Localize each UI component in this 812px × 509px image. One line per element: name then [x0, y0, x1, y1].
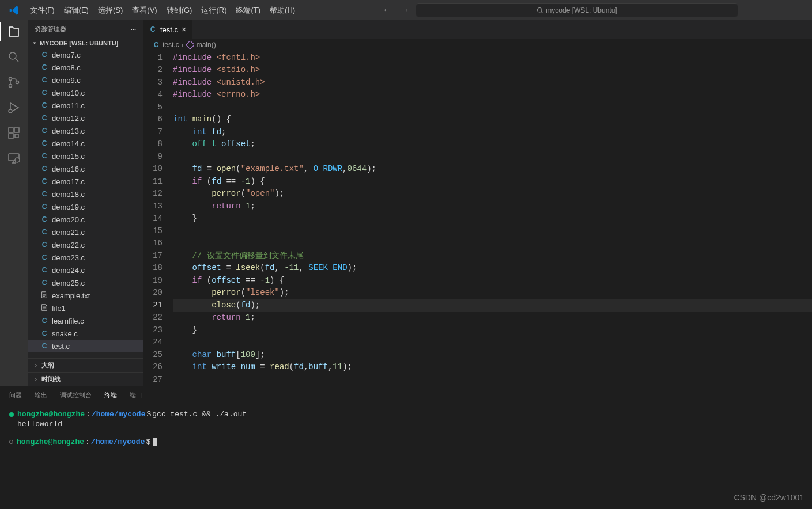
timeline-section[interactable]: 时间线 [28, 372, 143, 386]
c-file-icon: C [40, 215, 48, 223]
nav-arrows: ← → [382, 4, 410, 16]
c-file-icon: C [40, 190, 48, 198]
file-item[interactable]: Clearnfile.c [28, 314, 143, 327]
extensions-icon[interactable] [7, 126, 21, 140]
file-item[interactable]: Csnake.c [28, 327, 143, 340]
c-file-icon: C [40, 329, 48, 337]
remote-explorer-icon[interactable] [7, 151, 21, 165]
c-file-icon: C [40, 177, 48, 185]
file-item[interactable]: Cdemo10.c [28, 86, 143, 99]
file-item[interactable]: Cdemo16.c [28, 162, 143, 175]
chevron-right-icon [32, 362, 39, 369]
panel-tab[interactable]: 端口 [130, 391, 142, 402]
panel-tab[interactable]: 问题 [9, 391, 22, 402]
menu-item[interactable]: 查看(V) [127, 3, 161, 17]
file-item[interactable]: file1 [28, 302, 143, 314]
c-file-icon: C [40, 342, 48, 350]
chevron-down-icon [31, 40, 38, 47]
code-editor[interactable]: 1234567891011121314151617181920212223242… [143, 52, 812, 386]
panel-tabs: 问题输出调试控制台终端端口 [9, 386, 803, 407]
tab-test-c[interactable]: C test.c × [143, 20, 192, 39]
svg-rect-12 [186, 41, 194, 49]
close-icon[interactable]: × [182, 25, 186, 34]
panel-tab[interactable]: 终端 [104, 391, 117, 402]
c-file-icon: C [40, 63, 48, 71]
symbol-method-icon [186, 41, 194, 49]
nav-forward-icon[interactable]: → [399, 4, 410, 16]
c-file-icon: C [40, 89, 48, 97]
watermark: CSDN @cd2w1001 [734, 493, 804, 502]
file-item[interactable]: Cdemo18.c [28, 188, 143, 200]
file-item[interactable]: Cdemo19.c [28, 200, 143, 213]
file-item[interactable]: Cdemo14.c [28, 137, 143, 150]
c-file-icon: C [40, 101, 48, 109]
outline-section[interactable]: 大纲 [28, 358, 143, 372]
file-item[interactable]: Cdemo23.c [28, 251, 143, 264]
file-label: demo18.c [52, 190, 85, 199]
c-file-icon: C [40, 139, 48, 147]
c-file-icon: C [40, 51, 48, 59]
menu-item[interactable]: 编辑(E) [59, 3, 93, 17]
file-item[interactable]: Cdemo21.c [28, 226, 143, 238]
file-label: demo23.c [52, 253, 85, 262]
file-item[interactable]: Cdemo12.c [28, 112, 143, 124]
bottom-panel: 问题输出调试控制台终端端口 hongzhe@hongzhe:/home/myco… [0, 386, 812, 509]
menu-item[interactable]: 帮助(H) [265, 3, 300, 17]
file-label: demo14.c [52, 139, 85, 148]
file-item[interactable]: Cdemo15.c [28, 150, 143, 162]
explorer-title: 资源管理器 [35, 25, 66, 33]
file-label: demo7.c [52, 51, 81, 59]
file-item[interactable]: Cdemo22.c [28, 238, 143, 251]
c-file-icon: C [40, 203, 48, 211]
file-item[interactable]: Cdemo20.c [28, 213, 143, 226]
file-label: demo20.c [52, 215, 85, 224]
explorer-icon[interactable] [7, 25, 21, 39]
file-item[interactable]: Cdemo8.c [28, 61, 143, 74]
sidebar-header: 资源管理器 ··· [28, 20, 143, 38]
svg-point-5 [9, 109, 12, 113]
run-debug-icon[interactable] [7, 101, 21, 115]
file-label: demo12.c [52, 114, 85, 123]
file-item[interactable]: Cdemo7.c [28, 48, 143, 61]
explorer-more-icon[interactable]: ··· [131, 26, 136, 33]
panel-tab[interactable]: 输出 [35, 391, 47, 402]
file-item[interactable]: Cdemo25.c [28, 276, 143, 289]
file-item[interactable]: Cdemo13.c [28, 124, 143, 137]
editor-tabs: C test.c × [143, 20, 812, 39]
file-item[interactable]: Cdemo11.c [28, 99, 143, 112]
file-item[interactable]: Cdemo9.c [28, 74, 143, 86]
svg-point-11 [15, 158, 20, 162]
menu-item[interactable]: 终端(T) [231, 3, 265, 17]
c-file-icon: C [40, 165, 48, 173]
file-label: learnfile.c [52, 317, 84, 325]
breadcrumb[interactable]: C test.c › main() [143, 39, 812, 51]
file-label: demo19.c [52, 203, 85, 211]
vscode-logo-icon [9, 5, 20, 16]
terminal[interactable]: hongzhe@hongzhe:/home/mycode$ gcc test.c… [9, 407, 803, 447]
project-header[interactable]: MYCODE [WSL: UBUNTU] [28, 38, 143, 48]
svg-rect-7 [14, 128, 19, 132]
c-file-icon: C [149, 25, 157, 33]
svg-point-3 [9, 85, 12, 88]
file-item[interactable]: Cdemo17.c [28, 175, 143, 188]
c-file-icon: C [40, 253, 48, 261]
menu-item[interactable]: 转到(G) [162, 3, 197, 17]
source-control-icon[interactable] [7, 75, 21, 89]
text-file-icon [40, 291, 48, 301]
menu-item[interactable]: 选择(S) [93, 3, 127, 17]
command-center[interactable]: mycode [WSL: Ubuntu] [416, 3, 738, 17]
file-label: demo25.c [52, 279, 85, 287]
file-item[interactable]: example.txt [28, 289, 143, 302]
c-file-icon: C [40, 127, 48, 135]
c-file-icon: C [40, 317, 48, 325]
menu-item[interactable]: 文件(F) [25, 3, 59, 17]
nav-back-icon[interactable]: ← [382, 4, 392, 16]
file-list: Cdemo7.cCdemo8.cCdemo9.cCdemo10.cCdemo11… [28, 48, 143, 358]
c-file-icon: C [40, 76, 48, 84]
panel-tab[interactable]: 调试控制台 [60, 391, 92, 402]
search-icon[interactable] [7, 50, 21, 64]
file-item[interactable]: Ctest.c [28, 340, 143, 352]
c-file-icon: C [40, 241, 48, 249]
menu-item[interactable]: 运行(R) [197, 3, 231, 17]
file-item[interactable]: Cdemo24.c [28, 264, 143, 276]
